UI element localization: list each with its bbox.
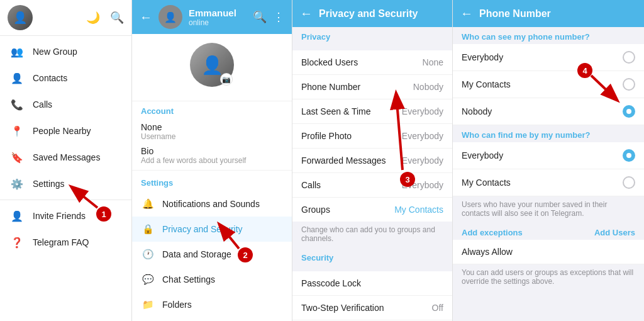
see-nobody-label: Nobody	[462, 106, 492, 116]
moon-icon[interactable]: 🌙	[86, 11, 100, 25]
bio-title: Bio	[141, 146, 283, 156]
settings-section: Settings 🔔 Notifications and Sounds 🔒 Pr…	[132, 171, 292, 321]
passcode-lock-row[interactable]: Passcode Lock	[292, 271, 452, 296]
people-nearby-icon: 📍	[10, 124, 24, 138]
chat-settings-label: Chat Settings	[162, 274, 215, 284]
bio-row: Bio Add a few words about yourself	[141, 144, 283, 167]
privacy-back-button[interactable]: ←	[300, 6, 313, 21]
passcode-lock-label: Passcode Lock	[301, 278, 361, 288]
phone-number-label: Phone Number	[301, 82, 360, 92]
back-button[interactable]: ←	[140, 10, 152, 25]
sidebar-item-label: Saved Messages	[33, 152, 100, 162]
phone-number-panel: ← Phone Number Who can see my phone numb…	[453, 0, 644, 321]
groups-value: My Contacts	[394, 205, 443, 215]
username-row: None Username	[141, 120, 283, 144]
find-my-contacts-label: My Contacts	[462, 177, 511, 188]
sidebar-menu: 👥 New Group 👤 Contacts 📞 Calls 📍 People …	[0, 36, 131, 321]
folders-item[interactable]: 📁 Folders	[132, 292, 292, 317]
groups-label: Groups	[301, 205, 330, 215]
devices-item[interactable]: 💻 Devices	[132, 317, 292, 321]
find-my-contacts-row[interactable]: My Contacts	[453, 169, 644, 196]
add-users-link[interactable]: Add Users	[594, 228, 635, 237]
sidebar-item-label: People Nearby	[33, 126, 91, 136]
who-can-find-header: Who can find me by my number?	[453, 125, 644, 142]
settings-icon: ⚙️	[10, 177, 24, 191]
find-my-contacts-radio[interactable]	[623, 176, 635, 189]
sidebar-item-faq[interactable]: ❓ Telegram FAQ	[0, 229, 131, 256]
sidebar-item-label: Invite Friends	[33, 211, 86, 221]
data-storage-item[interactable]: 🕐 Data and Storage	[132, 242, 292, 267]
profile-avatar: 👤	[158, 5, 182, 29]
sidebar-item-calls[interactable]: 📞 Calls	[0, 91, 131, 118]
data-storage-label: Data and Storage	[162, 249, 231, 259]
search-icon[interactable]: 🔍	[110, 11, 124, 25]
profile-name: Emmanuel	[189, 8, 247, 18]
sidebar-item-label: New Group	[33, 47, 77, 57]
folders-icon: 📁	[141, 298, 155, 312]
phone-number-value: Nobody	[413, 82, 443, 92]
profile-status: online	[189, 18, 247, 27]
see-my-contacts-radio[interactable]	[623, 78, 635, 91]
forwarded-messages-row[interactable]: Forwarded Messages Everybody	[292, 149, 452, 173]
invite-friends-icon: 👤	[10, 209, 24, 223]
sidebar-item-people-nearby[interactable]: 📍 People Nearby	[0, 118, 131, 144]
bio-placeholder: Add a few words about yourself	[141, 156, 283, 165]
blocked-users-row[interactable]: Blocked Users None	[292, 50, 452, 75]
username-label: Username	[141, 132, 283, 141]
username-value: None	[141, 122, 283, 132]
phone-header-title: Phone Number	[479, 8, 551, 20]
last-seen-row[interactable]: Last Seen & Time Everybody	[292, 99, 452, 124]
privacy-panel: ← Privacy and Security Privacy Blocked U…	[292, 0, 453, 321]
forwarded-messages-label: Forwarded Messages	[301, 155, 386, 166]
calls-row[interactable]: Calls Everybody	[292, 173, 452, 198]
contacts-icon: 👤	[10, 71, 24, 85]
groups-row[interactable]: Groups My Contacts	[292, 198, 452, 222]
chat-settings-item[interactable]: 💬 Chat Settings	[132, 267, 292, 292]
notifications-item[interactable]: 🔔 Notifications and Sounds	[132, 191, 292, 217]
phone-back-button[interactable]: ←	[460, 6, 473, 21]
notifications-label: Notifications and Sounds	[162, 199, 260, 209]
profile-photo-row[interactable]: Profile Photo Everybody	[292, 124, 452, 149]
last-seen-label: Last Seen & Time	[301, 106, 371, 116]
folders-label: Folders	[162, 300, 192, 310]
header-icons: 🔍 ⋮	[253, 10, 284, 24]
privacy-security-label: Privacy and Security	[162, 224, 243, 234]
sidebar-item-contacts[interactable]: 👤 Contacts	[0, 65, 131, 91]
exceptions-note: You can add users or groups as exception…	[453, 264, 644, 292]
see-options: Everybody My Contacts Nobody	[453, 44, 644, 125]
camera-icon[interactable]: 📷	[220, 73, 233, 86]
see-everybody-row[interactable]: Everybody	[453, 44, 644, 71]
security-rows: Passcode Lock Two-Step Verification Off …	[292, 271, 452, 321]
find-everybody-radio[interactable]	[623, 149, 635, 162]
more-icon[interactable]: ⋮	[273, 10, 284, 24]
see-nobody-radio[interactable]	[623, 105, 635, 118]
see-my-contacts-row[interactable]: My Contacts	[453, 71, 644, 98]
faq-icon: ❓	[10, 235, 24, 249]
sidebar-header: 👤 🌙 🔍	[0, 0, 131, 36]
see-everybody-radio[interactable]	[623, 51, 635, 64]
sidebar-item-new-group[interactable]: 👥 New Group	[0, 38, 131, 65]
profile-photo-label: Profile Photo	[301, 131, 352, 141]
privacy-security-item[interactable]: 🔒 Privacy and Security	[132, 217, 292, 242]
groups-note: Change who can add you to groups and cha…	[292, 222, 452, 248]
calls-label: Calls	[301, 180, 321, 190]
data-icon: 🕐	[141, 247, 155, 261]
two-step-row[interactable]: Two-Step Verification Off	[292, 296, 452, 320]
phone-number-row[interactable]: Phone Number Nobody	[292, 75, 452, 99]
sidebar-item-settings[interactable]: ⚙️ Settings	[0, 171, 131, 197]
sidebar-item-label: Telegram FAQ	[33, 237, 89, 247]
sidebar: 👤 🌙 🔍 👥 New Group 👤 Contacts 📞 Calls 📍 P…	[0, 0, 132, 321]
chat-header: ← 👤 Emmanuel online 🔍 ⋮	[132, 0, 292, 34]
see-nobody-row[interactable]: Nobody	[453, 98, 644, 125]
profile-info: Emmanuel online	[189, 8, 247, 27]
blocked-users-label: Blocked Users	[301, 57, 358, 67]
security-section-header: Security	[292, 248, 452, 265]
sidebar-item-saved-messages[interactable]: 🔖 Saved Messages	[0, 144, 131, 171]
notifications-icon: 🔔	[141, 197, 155, 211]
search-header-icon[interactable]: 🔍	[253, 10, 267, 24]
settings-section-title: Settings	[132, 176, 292, 191]
avatar-image: 👤	[8, 5, 33, 30]
find-everybody-row[interactable]: Everybody	[453, 142, 644, 169]
sidebar-divider	[0, 200, 131, 200]
sidebar-item-invite-friends[interactable]: 👤 Invite Friends	[0, 203, 131, 229]
